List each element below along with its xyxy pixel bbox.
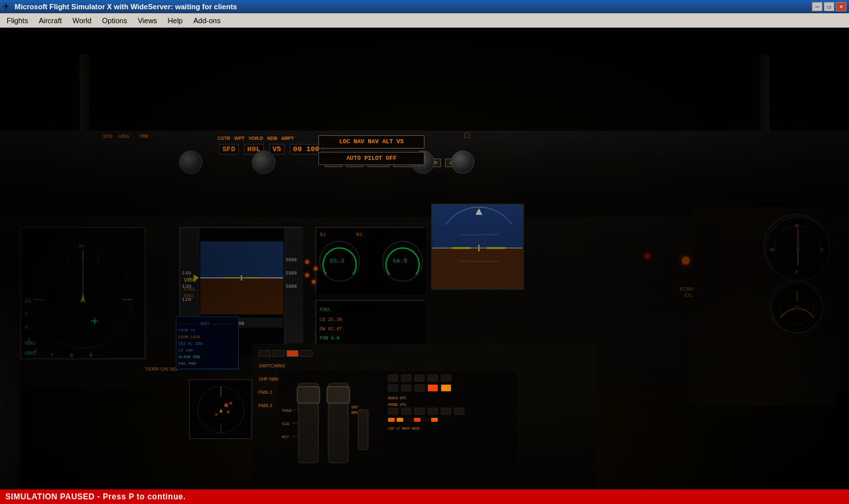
close-button[interactable]: ✕ — [836, 2, 846, 11]
menu-world[interactable]: World — [67, 13, 97, 27]
throttle-area: TOGA CLB MCT SPD BRK — [279, 370, 385, 489]
svg-rect-120 — [401, 385, 411, 391]
title-bar: ✈ Microsoft Flight Simulator X with Wide… — [0, 0, 849, 13]
pedestal-label-4: FMS 2 — [259, 403, 273, 408]
indicator-4 — [464, 133, 470, 138]
app-icon: ✈ — [3, 2, 12, 11]
svg-rect-131 — [454, 408, 464, 414]
svg-text:5800: 5800 — [286, 284, 297, 289]
left-seat-side-panel — [0, 293, 20, 492]
hdg-label: HDG — [119, 134, 129, 139]
svg-rect-133 — [397, 418, 403, 422]
svg-text:PROBE HTG: PROBE HTG — [388, 403, 406, 407]
svg-text:CLB: CLB — [282, 422, 289, 426]
svg-text:VOR1: VOR1 — [25, 341, 35, 346]
svg-rect-110 — [358, 410, 368, 450]
svg-point-98 — [795, 305, 800, 310]
menu-views[interactable]: Views — [133, 13, 163, 27]
svg-text:FUEL: FUEL — [320, 307, 331, 312]
menu-bar: Flights Aircraft World Options Views Hel… — [0, 13, 849, 28]
vs-knob[interactable] — [451, 151, 474, 174]
amber-panel-light-4 — [312, 280, 316, 284]
svg-text:MCT: MCT — [282, 435, 289, 440]
mcdu-display[interactable]: -------- INIT -------- FROM TO EDDM LEPA… — [176, 316, 239, 369]
svg-rect-123 — [441, 385, 451, 391]
switch-4[interactable] — [300, 350, 312, 357]
right-panel-text-1: ECAM — [680, 286, 693, 291]
svg-text:3: 3 — [25, 311, 28, 317]
status-bar: SIMULATION PAUSED - Press P to continue. — [0, 489, 849, 504]
svg-rect-128 — [415, 408, 424, 414]
svg-rect-119 — [388, 385, 398, 391]
orange-indicator — [682, 257, 690, 265]
svg-rect-135 — [414, 418, 421, 422]
svg-rect-122 — [428, 385, 438, 391]
svg-text:SPD: SPD — [352, 406, 358, 410]
svg-rect-25 — [200, 241, 283, 278]
restore-button[interactable]: ▭ — [824, 2, 834, 11]
fcu-nav-label: CSTR — [218, 136, 230, 141]
svg-rect-121 — [415, 385, 424, 391]
fcu-ndb-label: NDB — [267, 136, 277, 141]
svg-rect-136 — [423, 418, 429, 422]
svg-point-94 — [796, 247, 800, 251]
nd-compass-svg: AS 3 4 5 6 7 8 9 — [21, 228, 145, 358]
svg-rect-61 — [432, 248, 524, 290]
window-title: Microsoft Flight Simulator X with WideSe… — [15, 3, 812, 11]
svg-text:W: W — [770, 247, 775, 252]
svg-text:ALIGN IRS: ALIGN IRS — [178, 355, 200, 359]
spd-label: SPD — [103, 134, 112, 139]
svg-rect-102 — [297, 387, 320, 403]
panel-text-eng: ENG — [184, 293, 194, 298]
svg-text:CG  25.3%: CG 25.3% — [320, 317, 342, 322]
menu-aircraft[interactable]: Aircraft — [33, 13, 67, 27]
fcu-spd-value: SFD — [219, 144, 239, 155]
spd-knob[interactable] — [179, 151, 202, 174]
svg-point-84 — [215, 413, 218, 416]
svg-text:9: 9 — [90, 352, 93, 358]
fcu-arpt-label: ARPT — [281, 136, 294, 141]
menu-options[interactable]: Options — [97, 13, 133, 27]
svg-text:TOGA: TOGA — [282, 409, 292, 413]
menu-flights[interactable]: Flights — [1, 13, 33, 27]
svg-rect-115 — [401, 375, 411, 381]
svg-text:8: 8 — [70, 352, 73, 358]
adi-right-display — [431, 204, 524, 290]
svg-text:65.3: 65.3 — [330, 258, 344, 265]
amber-panel-light-1 — [305, 260, 309, 264]
svg-text:EDDM    LEPA: EDDM LEPA — [178, 335, 200, 340]
svg-rect-129 — [428, 408, 438, 414]
svg-rect-26 — [200, 278, 283, 314]
svg-rect-137 — [431, 418, 438, 422]
svg-text:5900: 5900 — [286, 271, 297, 276]
svg-rect-130 — [441, 408, 451, 414]
svg-point-81 — [224, 403, 228, 407]
switch-3-red[interactable] — [287, 350, 298, 357]
auto-pilot-status: AUTO PILOT OFF — [318, 152, 424, 165]
minimize-button[interactable]: ─ — [812, 2, 822, 11]
terr-on-nd-label: TERR ON ND — [145, 366, 178, 372]
simulator-view[interactable]: SPD HDG TRK SFD H0L V5 00 100 CSTR WPT V… — [0, 28, 849, 504]
svg-text:64.8: 64.8 — [393, 258, 407, 265]
switch-1[interactable] — [259, 350, 271, 357]
svg-text:FUEL PRED: FUEL PRED — [178, 362, 196, 366]
svg-text:FROM    TO: FROM TO — [178, 328, 196, 333]
menu-addons[interactable]: Add-ons — [188, 13, 226, 27]
svg-rect-117 — [428, 375, 438, 381]
navigation-display: AS 3 4 5 6 7 8 9 — [20, 227, 146, 359]
amber-panel-light-3 — [305, 273, 309, 277]
nd-terrain-display — [189, 379, 252, 439]
hdg-knob[interactable] — [252, 151, 275, 174]
status-text: SIMULATION PAUSED - Press P to continue. — [5, 492, 186, 501]
right-instrument-circle-1: N E S W — [763, 214, 829, 280]
svg-text:E: E — [820, 247, 824, 252]
fcu-vord-label: VOR.D — [249, 136, 263, 141]
switch-2[interactable] — [273, 350, 285, 357]
right-panel-text-2: CTL — [685, 293, 693, 298]
svg-rect-37 — [285, 228, 303, 357]
svg-text:BRK: BRK — [352, 411, 358, 415]
svg-text:FOB   9.9: FOB 9.9 — [320, 336, 339, 341]
right-instrument-circle-2 — [769, 280, 822, 333]
menu-help[interactable]: Help — [163, 13, 188, 27]
svg-text:140: 140 — [182, 270, 192, 276]
